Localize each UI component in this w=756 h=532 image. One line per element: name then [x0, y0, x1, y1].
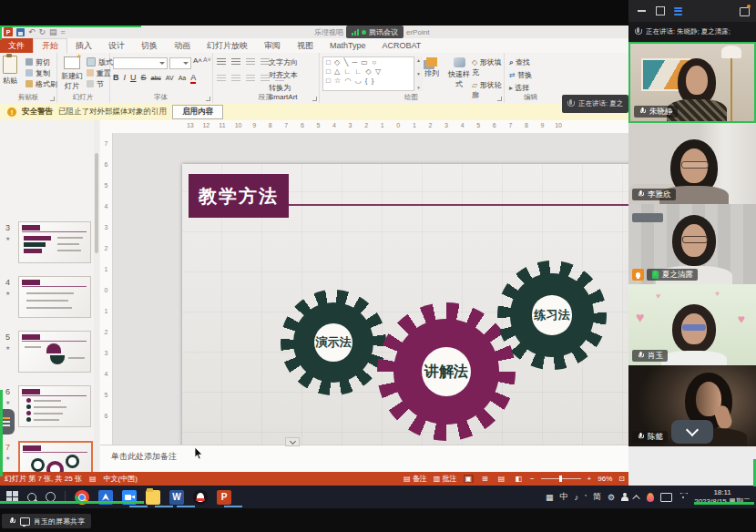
undo-icon[interactable]: ↶ [28, 27, 36, 36]
slide-thumbnail-6[interactable] [18, 385, 91, 427]
italic-button[interactable]: I [124, 73, 127, 82]
ime-note-icon[interactable]: ♪ [575, 493, 579, 502]
tab-file[interactable]: 文件 [0, 38, 33, 53]
participant-video-1[interactable]: 朱晓静 [628, 42, 756, 123]
change-case-button[interactable]: Aa [179, 75, 187, 81]
layout-list-icon[interactable] [674, 6, 683, 15]
participant-video-2[interactable]: 李雅欣 [628, 123, 756, 204]
slide-thumbnail-7-selected[interactable] [18, 441, 93, 472]
tab-mathtype[interactable]: MathType [322, 38, 374, 53]
shrink-font-button[interactable]: A˅ [203, 56, 211, 63]
file-explorer-icon[interactable] [146, 490, 160, 505]
paragraph-dialog-launcher[interactable] [312, 97, 317, 101]
participant-video-3[interactable]: 夏之清露 [628, 204, 756, 284]
tray-expand-icon[interactable] [633, 495, 640, 502]
normal-view-button[interactable]: ▣ [464, 475, 475, 483]
zoom-out-button[interactable]: − [530, 475, 535, 483]
tab-view[interactable]: 视图 [289, 38, 322, 53]
shapes-gallery[interactable]: □ ◇ ╲ ─ ▭ ○ □ △ ∟ ∟ ◇ ▽ □ ☆ ◠ ◡ { } [322, 56, 417, 91]
notes-collapse-button[interactable] [285, 437, 300, 446]
minimize-icon[interactable] [638, 6, 647, 15]
align-center-icon[interactable] [231, 75, 240, 83]
tab-animations[interactable]: 动画 [166, 38, 199, 53]
tab-transitions[interactable]: 切换 [133, 38, 166, 53]
tab-acrobat[interactable]: ACROBAT [374, 38, 430, 53]
search-icon[interactable] [27, 493, 36, 502]
font-size-select[interactable] [169, 57, 191, 69]
ime-settings-icon[interactable]: ⚙ [608, 493, 615, 502]
shapes-more-icon[interactable]: ▾ [417, 85, 420, 90]
gear-practice[interactable]: 练习法 [497, 261, 607, 370]
slide[interactable]: 教学方法 演示法 讲解法 [182, 164, 628, 445]
qat-customize-icon[interactable]: = [61, 27, 66, 36]
ime-apostrophe[interactable]: ’ [585, 493, 587, 502]
participant-video-4[interactable]: ♥ ♥ ♥ ♥ 肖玉 [628, 284, 756, 365]
start-slideshow-icon[interactable]: ▤ [49, 27, 57, 36]
paste-button[interactable]: 粘贴 [3, 56, 17, 86]
collapse-videos-button[interactable] [671, 420, 713, 444]
select-button[interactable]: ▸ 选择 [509, 83, 532, 93]
strikethrough-button[interactable]: S [141, 73, 147, 82]
input-flame-icon[interactable] [647, 493, 654, 502]
zoom-in-button[interactable]: + [587, 475, 592, 483]
powerpoint-icon[interactable]: P [217, 490, 231, 505]
zoom-level[interactable]: 96% [598, 475, 612, 483]
fit-to-window-button[interactable]: ⊡ [618, 475, 625, 483]
tab-insert[interactable]: 插入 [67, 38, 100, 53]
clear-format-button[interactable]: abc [151, 75, 161, 81]
language-indicator[interactable]: 中文(中国) [103, 474, 137, 484]
text-direction-button[interactable]: 文字方向 [269, 57, 319, 67]
zoom-slider[interactable] [541, 478, 581, 479]
meeting-floating-pill[interactable]: 腾讯会议 [346, 26, 404, 38]
align-right-icon[interactable] [246, 75, 255, 83]
slide-thumbnail-5[interactable] [18, 331, 91, 373]
ime-simplified[interactable]: 简 [593, 491, 601, 503]
zoom-slider-thumb[interactable] [559, 476, 562, 482]
notes-pane[interactable]: 单击此处添加备注 [100, 445, 628, 473]
decrease-indent-icon[interactable] [246, 58, 255, 66]
notes-placeholder[interactable]: 单击此处添加备注 [111, 451, 177, 463]
comments-toggle[interactable]: ▥ 批注 [434, 474, 457, 484]
shapes-scroll-up-icon[interactable]: ▲ [416, 57, 421, 63]
slideshow-view-button[interactable]: ◧ [513, 475, 524, 483]
tab-design[interactable]: 设计 [100, 38, 133, 53]
word-icon[interactable]: W [169, 490, 184, 505]
gear-demonstration[interactable]: 演示法 [281, 290, 386, 395]
align-text-button[interactable]: 对齐文本 [269, 70, 319, 80]
ime-chinese[interactable]: 中 [560, 491, 568, 503]
keyboard-icon[interactable]: ▦ [546, 493, 554, 502]
slide-title[interactable]: 教学方法 [189, 174, 289, 218]
slide-thumbnail-3[interactable] [18, 221, 91, 263]
bullets-icon[interactable] [217, 58, 226, 66]
arrange-button[interactable]: 排列 [424, 57, 439, 78]
qq-icon[interactable] [193, 490, 208, 505]
shape-fill-button[interactable]: ◇ 形状填充 [472, 57, 504, 77]
contact-icon[interactable] [621, 493, 628, 501]
tab-home[interactable]: 开始 [33, 38, 67, 53]
shapes-scroll[interactable]: ▲ ▼ ▾ [414, 56, 423, 91]
underline-button[interactable]: U [130, 73, 137, 82]
copy-button[interactable]: 复制 [26, 67, 57, 78]
redo-icon[interactable]: ↻ [39, 27, 46, 36]
format-painter-button[interactable]: 格式刷 [26, 78, 57, 89]
reading-view-button[interactable]: ▤ [496, 475, 507, 483]
font-name-select[interactable] [113, 57, 168, 69]
thumbnail-scrollbar[interactable] [94, 120, 99, 472]
char-spacing-button[interactable]: AV [166, 75, 174, 81]
drawing-dialog-launcher[interactable] [497, 97, 502, 101]
gear-explanation[interactable]: 讲解法 [377, 302, 516, 441]
new-slide-button[interactable]: 新建幻灯片 [58, 56, 86, 91]
slide-thumbnail-4[interactable] [18, 276, 91, 318]
clipboard-dialog-launcher[interactable] [50, 97, 55, 101]
quick-styles-button[interactable]: 快速样式 [446, 57, 472, 89]
font-dialog-launcher[interactable] [206, 97, 210, 101]
replace-button[interactable]: ⇄ 替换 [509, 70, 532, 80]
bold-button[interactable]: B [113, 73, 119, 82]
find-button[interactable]: ⌕ 查找 [509, 57, 532, 67]
align-left-icon[interactable] [217, 75, 226, 83]
save-icon[interactable] [16, 28, 25, 36]
notes-toggle[interactable]: ▤ 备注 [404, 474, 427, 484]
tab-slideshow[interactable]: 幻灯片放映 [199, 38, 256, 53]
panel-toggle-icon[interactable] [740, 6, 749, 15]
shapes-scroll-down-icon[interactable]: ▼ [416, 71, 421, 77]
